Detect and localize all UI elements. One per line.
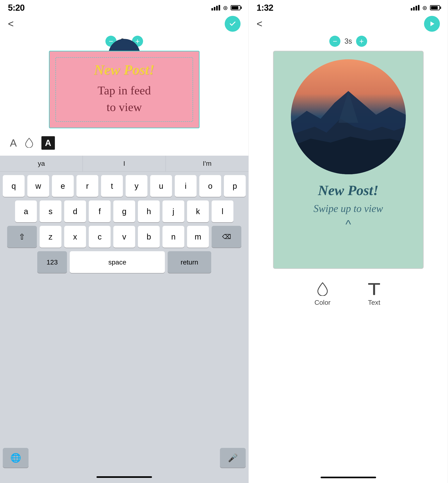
card-preview-container: New Post! Tap in feed to view (0, 51, 248, 130)
left-phone-panel: 5:20 ⊛ < − 3s + (0, 0, 249, 483)
story-title: New Post! (318, 182, 379, 199)
mountain-bg (291, 59, 406, 174)
play-button[interactable] (424, 16, 440, 32)
color-picker-button[interactable] (25, 137, 33, 148)
key-y[interactable]: y (126, 175, 147, 197)
text-background-button[interactable]: A (41, 136, 55, 150)
key-l[interactable]: l (212, 200, 233, 222)
globe-key[interactable]: 🌐 (3, 448, 29, 468)
autocomplete-ya[interactable]: ya (0, 156, 83, 171)
right-home-indicator (249, 463, 448, 483)
color-drop-icon (317, 282, 328, 296)
key-row-4: 123 space return (3, 251, 246, 273)
right-status-bar: 1:32 ⊛ (249, 0, 448, 14)
key-b[interactable]: b (138, 226, 160, 248)
key-g[interactable]: g (113, 200, 135, 222)
numbers-key[interactable]: 123 (37, 251, 67, 273)
mountain-circle (291, 59, 406, 174)
mountain-silhouette (291, 59, 406, 174)
battery-icon (231, 5, 240, 10)
left-status-icons: ⊛ (211, 4, 240, 11)
color-tool-icon (315, 281, 330, 297)
keyboard-rows: q w e r t y u i o p a s d f g h j k (0, 172, 248, 447)
key-d[interactable]: d (64, 200, 86, 222)
shift-key[interactable]: ⇧ (7, 226, 37, 248)
keyboard-bottom-row: 🌐 🎤 (0, 447, 248, 471)
left-home-indicator (0, 471, 248, 483)
right-nav-header: < (249, 14, 448, 34)
left-back-button[interactable]: < (8, 19, 14, 29)
key-o[interactable]: o (199, 175, 221, 197)
card-preview[interactable]: New Post! Tap in feed to view (49, 51, 200, 128)
right-time: 1:32 (256, 3, 273, 13)
right-wifi-icon: ⊛ (422, 4, 427, 11)
right-signal-icon (411, 5, 419, 10)
right-duration-plus-button[interactable]: + (356, 36, 367, 47)
bottom-tools: Color Text (249, 273, 448, 312)
color-tool[interactable]: Color (314, 281, 330, 306)
svg-rect-5 (368, 283, 380, 285)
svg-rect-6 (373, 285, 375, 295)
card-body: Tap in feed to view (62, 82, 187, 115)
confirm-button[interactable] (225, 16, 240, 32)
text-toolbar: A A (0, 130, 248, 156)
right-back-button[interactable]: < (256, 19, 262, 29)
left-nav-header: < (0, 14, 248, 34)
key-r[interactable]: r (76, 175, 98, 197)
text-tool[interactable]: Text (366, 281, 382, 306)
space-key[interactable]: space (70, 251, 165, 273)
key-e[interactable]: e (52, 175, 74, 197)
autocomplete-Im[interactable]: I'm (166, 156, 248, 171)
left-time: 5:20 (8, 3, 24, 13)
text-tool-label: Text (368, 299, 380, 306)
key-x[interactable]: x (64, 226, 86, 248)
story-subtitle: Swipe up to view (313, 203, 383, 214)
key-q[interactable]: q (3, 175, 24, 197)
font-style-button[interactable]: A (10, 137, 17, 149)
right-status-icons: ⊛ (411, 4, 440, 11)
key-j[interactable]: j (162, 200, 184, 222)
autocomplete-I[interactable]: I (83, 156, 166, 171)
microphone-key[interactable]: 🎤 (220, 448, 246, 468)
left-status-bar: 5:20 ⊛ (0, 0, 248, 14)
autocomplete-bar: ya I I'm (0, 156, 248, 172)
return-key[interactable]: return (168, 251, 211, 273)
checkmark-icon (229, 20, 236, 27)
key-row-2: a s d f g h j k l (3, 200, 246, 222)
right-phone-panel: 1:32 ⊛ < − 3s + (249, 0, 448, 483)
play-icon (428, 20, 436, 27)
key-p[interactable]: p (224, 175, 246, 197)
right-duration-value: 3s (344, 37, 352, 45)
key-a[interactable]: a (15, 200, 37, 222)
key-f[interactable]: f (89, 200, 111, 222)
right-duration-minus-button[interactable]: − (329, 36, 340, 47)
key-w[interactable]: w (27, 175, 49, 197)
left-home-bar (96, 476, 152, 478)
key-row-3: ⇧ z x c v b n m ⌫ (3, 226, 246, 248)
right-battery-icon (430, 5, 440, 10)
key-s[interactable]: s (40, 200, 61, 222)
svg-marker-0 (431, 21, 434, 26)
story-preview-container: New Post! Swipe up to view ^ (249, 51, 448, 273)
key-k[interactable]: k (187, 200, 209, 222)
key-z[interactable]: z (40, 226, 61, 248)
key-i[interactable]: i (175, 175, 197, 197)
key-u[interactable]: u (150, 175, 172, 197)
text-tool-icon (366, 281, 382, 297)
key-n[interactable]: n (162, 226, 184, 248)
key-c[interactable]: c (89, 226, 111, 248)
key-t[interactable]: t (101, 175, 123, 197)
text-icon (367, 282, 381, 296)
card-inner: New Post! Tap in feed to view (56, 57, 193, 122)
svg-marker-3 (291, 137, 406, 174)
delete-key[interactable]: ⌫ (212, 226, 241, 248)
key-m[interactable]: m (187, 226, 209, 248)
wifi-icon: ⊛ (223, 4, 228, 11)
keyboard[interactable]: ya I I'm q w e r t y u i o p a s (0, 156, 248, 483)
key-v[interactable]: v (113, 226, 135, 248)
right-duration-control: − 3s + (249, 34, 448, 51)
key-h[interactable]: h (138, 200, 160, 222)
water-drop-icon (25, 137, 33, 148)
right-home-bar (320, 477, 376, 478)
signal-icon (211, 5, 220, 10)
